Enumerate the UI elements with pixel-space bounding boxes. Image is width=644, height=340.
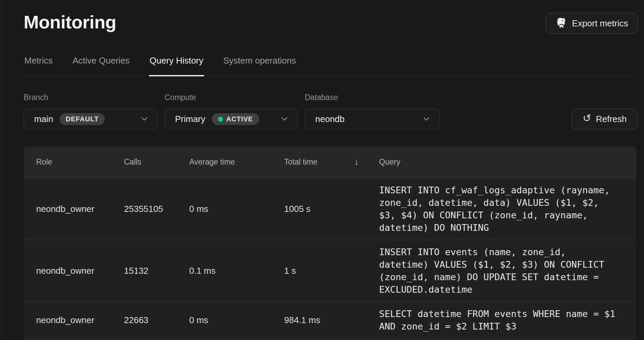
tab-metrics[interactable]: Metrics [24, 49, 53, 76]
cell-average-time: 0 ms [189, 204, 284, 214]
tab-active-queries[interactable]: Active Queries [72, 49, 130, 76]
cell-role: neondb_owner [36, 204, 124, 214]
cell-query: SELECT datetime FROM events WHERE name =… [379, 302, 618, 338]
table-header-row: Role Calls Average time Total time ↓ Que… [24, 146, 636, 178]
active-status-dot-icon [218, 117, 223, 122]
tab-query-history[interactable]: Query History [149, 49, 204, 76]
chevron-down-icon [140, 114, 149, 124]
refresh-icon: ↺ [583, 113, 591, 123]
export-metrics-label: Export metrics [572, 18, 628, 29]
branch-select[interactable]: main DEFAULT [24, 108, 157, 129]
table-row: neondb_owner 22663 0 ms 984.1 ms SELECT … [24, 301, 636, 338]
compute-filter: Compute Primary ACTIVE [165, 93, 298, 129]
cell-query: INSERT INTO events (name, zone_id, datet… [379, 240, 618, 301]
refresh-button[interactable]: ↺ Refresh [571, 108, 638, 129]
cell-total-time: 1005 s [284, 204, 379, 214]
column-header-average-time[interactable]: Average time [189, 157, 284, 167]
cell-role: neondb_owner [36, 315, 124, 325]
cell-calls: 25355105 [124, 204, 189, 214]
cell-calls: 15132 [124, 266, 189, 276]
cell-role: neondb_owner [36, 266, 124, 276]
compute-value: Primary [175, 114, 205, 124]
chevron-down-icon [280, 114, 289, 124]
default-badge: DEFAULT [59, 113, 105, 125]
branch-filter: Branch main DEFAULT [24, 93, 157, 129]
column-header-query[interactable]: Query [379, 157, 636, 167]
database-label: Database [305, 93, 440, 102]
query-history-table: Role Calls Average time Total time ↓ Que… [24, 146, 636, 340]
compute-select[interactable]: Primary ACTIVE [165, 108, 298, 129]
cell-total-time: 1 s [284, 266, 379, 276]
datadog-dog-icon [555, 17, 567, 29]
column-header-role[interactable]: Role [36, 157, 124, 167]
monitoring-tabs: Metrics Active Queries Query History Sys… [24, 49, 638, 76]
export-metrics-button[interactable]: Export metrics [545, 13, 638, 34]
chevron-down-icon [422, 114, 431, 124]
branch-value: main [34, 114, 53, 124]
refresh-label: Refresh [596, 114, 627, 124]
cell-calls: 22663 [124, 315, 189, 325]
table-row: neondb_owner 25355105 0 ms 1005 s INSERT… [24, 178, 636, 240]
active-status-badge: ACTIVE [212, 113, 259, 125]
page-title: Monitoring [24, 11, 116, 32]
sort-desc-icon: ↓ [354, 157, 359, 167]
database-select[interactable]: neondb [305, 108, 440, 129]
page-header: Monitoring Export metrics [24, 0, 638, 34]
cell-total-time: 984.1 ms [284, 315, 379, 325]
table-row: neondb_owner 15132 0.1 ms 1 s INSERT INT… [24, 240, 636, 301]
cell-query: INSERT INTO cf_waf_logs_adaptive (raynam… [379, 178, 618, 240]
column-header-calls[interactable]: Calls [124, 157, 189, 167]
database-value: neondb [315, 114, 345, 124]
filters-row: Branch main DEFAULT Compute Primary ACTI… [24, 93, 638, 129]
active-status-label: ACTIVE [226, 115, 253, 123]
cell-average-time: 0.1 ms [189, 266, 284, 276]
panel-left-edge [0, 0, 2, 340]
column-header-total-time[interactable]: Total time ↓ [284, 157, 379, 167]
branch-label: Branch [24, 93, 157, 102]
database-filter: Database neondb [305, 93, 440, 129]
cell-average-time: 0 ms [189, 315, 284, 325]
table-row-clipped [24, 338, 636, 340]
compute-label: Compute [165, 93, 298, 102]
monitoring-page: Monitoring Export metrics Metrics Active… [0, 0, 644, 340]
tab-system-operations[interactable]: System operations [223, 49, 297, 76]
total-time-label: Total time [284, 157, 317, 167]
